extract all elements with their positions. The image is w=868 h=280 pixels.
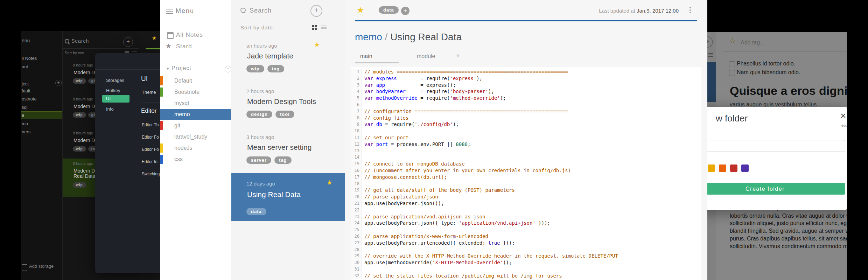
settings-editor-item[interactable]: Editor Th <box>142 122 159 127</box>
new-snippet-tab-button[interactable]: + <box>456 52 460 60</box>
sidebar-item-starred[interactable]: Stard <box>176 43 192 50</box>
code-line: 8// config files <box>351 115 701 121</box>
folder-name: memo <box>160 109 231 120</box>
sidebar-folder-item[interactable]: css <box>160 154 231 165</box>
dark-add-storage-button[interactable]: Add storage <box>29 264 54 269</box>
all-notes-icon <box>167 32 174 39</box>
color-swatch[interactable] <box>719 164 726 172</box>
folder-name-input[interactable] <box>707 140 845 152</box>
settings-editor-item[interactable]: Editor Fo <box>142 147 159 152</box>
code-line: 10 <box>351 128 701 134</box>
project-header[interactable]: Project <box>172 65 191 71</box>
settings-editor-item[interactable]: Switching <box>142 172 160 176</box>
sidebar-item-all-notes[interactable]: All Notes <box>176 31 203 38</box>
code-line: 30app.use(methodOverride('X-HTTP-Method-… <box>351 259 701 266</box>
folder-name: mysql <box>160 98 231 109</box>
tag-pill: data <box>246 208 266 215</box>
tab-module[interactable]: module <box>417 53 435 59</box>
code-line: 12var port = process.env.PORT || 8080; <box>351 141 701 148</box>
sort-selector[interactable]: Sort by date <box>240 24 273 30</box>
sidebar-folder-item[interactable]: Boostnote <box>160 86 231 98</box>
more-options-icon[interactable] <box>690 7 691 14</box>
breadcrumb-separator: / <box>382 31 390 42</box>
settings-editor-item[interactable]: Editor Fo <box>142 135 159 140</box>
folder-name: laravel_study <box>160 131 231 142</box>
sidebar-folder-item[interactable]: nodeJs <box>160 142 231 154</box>
menu-label[interactable]: Menu <box>176 7 194 15</box>
dark-new-note-button[interactable]: + <box>123 37 133 47</box>
tag-pill: wip <box>73 78 86 84</box>
code-line: 29// override with the X-HTTP-Method-Ove… <box>351 253 701 259</box>
new-note-button[interactable]: + <box>310 5 322 17</box>
search-input[interactable]: Search <box>250 7 272 14</box>
storage-icon <box>22 264 27 271</box>
list-view-icon[interactable] <box>321 26 327 30</box>
dark-folder-item[interactable]: mo <box>21 120 62 128</box>
sidebar-folder-item[interactable]: git <box>160 120 231 131</box>
page-title: Using Real Data <box>390 31 462 42</box>
dark-folder-item[interactable]: e <box>21 111 62 119</box>
settings-theme-label[interactable]: Theme <box>142 90 156 95</box>
dark-project-header[interactable]: ject <box>22 81 29 86</box>
dark-folder-item[interactable]: fault <box>21 87 62 95</box>
settings-nav-item[interactable]: Hotkey <box>106 88 120 93</box>
close-icon[interactable]: × <box>840 110 846 121</box>
folder-name: css <box>160 154 231 165</box>
project-collapse-icon[interactable]: ▼ <box>166 66 170 71</box>
sidebar-folder-item[interactable]: mysql <box>160 98 231 109</box>
settings-divider <box>141 103 160 103</box>
dark-sort-selector[interactable]: Sort by xxx <box>65 51 84 55</box>
color-swatch[interactable] <box>730 164 737 172</box>
note-list-item[interactable]: 3 hours agoMean server settingservertag <box>231 127 345 173</box>
sidebar-folder-item[interactable]: Default <box>160 75 231 86</box>
code-line: 4var bodyParser = require('body-parser')… <box>351 88 701 95</box>
star-icon: ★ <box>327 178 332 187</box>
dark-add-folder-button[interactable]: + <box>55 80 62 86</box>
folder-color-strip <box>160 76 163 85</box>
create-folder-button[interactable]: Create folder <box>707 183 845 195</box>
code-line: 22 <box>351 207 701 214</box>
dark-sidebar: enu ll Notes ard ject + faultostnotesqle… <box>21 31 62 280</box>
color-swatch[interactable] <box>708 164 715 172</box>
grid-view-icon[interactable] <box>312 25 317 30</box>
settings-nav-item[interactable]: Info <box>106 106 114 112</box>
settings-editor-item[interactable]: Editor In <box>142 159 158 164</box>
code-line: 2var express = require('express'); <box>351 75 701 82</box>
close-esc-hint: esc <box>841 124 847 127</box>
dark-menu-label[interactable]: enu <box>22 38 30 43</box>
note-title-line2: Real Data <box>74 173 95 179</box>
sidebar-folder-item[interactable]: memo <box>160 109 231 120</box>
star-icon[interactable]: ★ <box>152 35 156 41</box>
header-accent-rule <box>355 20 697 21</box>
code-line: 26// parse application/x-www-form-urlenc… <box>351 233 701 240</box>
settings-nav-item-active[interactable]: UI <box>102 95 130 103</box>
star-toggle-icon[interactable]: ★ <box>357 5 364 15</box>
note-list-item[interactable]: an hours ago★Jade templatewiptag <box>231 36 345 81</box>
settings-nav-item[interactable]: Storages <box>106 78 124 83</box>
tag-pill: wip <box>246 65 264 72</box>
settings-editor-title: Editor <box>141 107 156 114</box>
code-line: 7// configuration ======================… <box>351 108 701 115</box>
dark-folder-item[interactable]: ners <box>21 128 62 136</box>
note-tag-badge[interactable]: data <box>379 6 399 14</box>
add-tag-button[interactable]: + <box>401 7 410 15</box>
last-updated: Last updated at Jan.9, 2017 12:00 <box>599 8 679 14</box>
code-editor[interactable]: 1// modules ============================… <box>351 67 701 280</box>
menu-icon[interactable] <box>166 9 173 15</box>
sidebar-folder-item[interactable]: laravel_study <box>160 131 231 142</box>
color-swatch[interactable] <box>741 164 749 172</box>
dark-search-input[interactable]: Search <box>71 38 89 44</box>
dark-sidebar-item-all-notes[interactable]: ll Notes <box>22 56 37 61</box>
dark-folder-item[interactable]: ostnote <box>21 95 62 103</box>
tab-main[interactable]: main <box>360 53 372 59</box>
dark-folder-item[interactable]: sql <box>21 104 62 111</box>
code-line: 18 <box>351 181 701 187</box>
add-folder-button[interactable]: + <box>225 66 231 72</box>
note-list-item[interactable]: 2 hours agoModern Design Toolsdesigntool <box>231 81 345 127</box>
breadcrumb-folder[interactable]: memo <box>355 31 382 42</box>
code-line: 21app.use(bodyParser.json()); <box>351 200 701 207</box>
note-breadcrumb-title: memo / Using Real Data <box>355 31 462 43</box>
note-list-item[interactable]: 12 days ago★Using Real Datadata <box>231 173 345 221</box>
dark-sidebar-item-starred[interactable]: ard <box>22 64 28 69</box>
note-list-panel: Search + Sort by date an hours ago★Jade … <box>231 0 345 280</box>
